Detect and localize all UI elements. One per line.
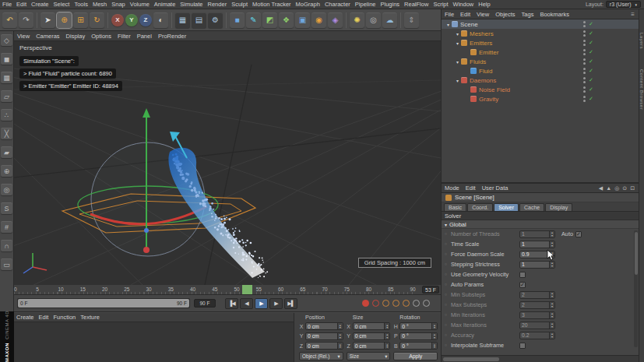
menu-animate[interactable]: Animate (152, 1, 178, 8)
apply-button[interactable]: Apply (393, 352, 438, 360)
viewport-menu-prorender[interactable]: ProRender (155, 33, 189, 40)
magnet-icon[interactable]: ∩ (1, 240, 12, 251)
render-view-icon[interactable]: ▦ (175, 12, 190, 28)
menu-create[interactable]: Create (29, 1, 51, 8)
menu-character[interactable]: Character (322, 1, 353, 8)
menu-motion-tracker[interactable]: Motion Tracker (250, 1, 294, 8)
expand-arrow-icon[interactable]: ▾ (445, 22, 452, 27)
object-manager-menu-view[interactable]: View (473, 11, 492, 18)
param-interpolate-subframe-checkbox[interactable] (519, 343, 526, 349)
light-icon[interactable]: ✺ (350, 12, 364, 28)
viewport-solo-icon[interactable]: ◎ (1, 184, 12, 195)
coordinate-system-icon[interactable]: ◐ (153, 12, 168, 28)
spinner-icon[interactable]: ▴▾ (384, 323, 389, 329)
back-icon[interactable]: ◀ (599, 185, 603, 192)
rotate-tool-icon[interactable]: ↻ (90, 12, 104, 28)
object-rel-dropdown[interactable]: Object (Rel.)▾ (299, 352, 343, 360)
expand-arrow-icon[interactable]: ▾ (454, 31, 461, 37)
visibility-toggle-icon[interactable] (583, 86, 586, 93)
make-editable-icon[interactable]: ◇ (1, 34, 12, 46)
add-primitive-icon[interactable]: ■ (230, 12, 245, 28)
viewport-menu-cameras[interactable]: Cameras (33, 33, 62, 40)
next-frame-button[interactable]: ▶ (269, 298, 283, 309)
viewport-menu-options[interactable]: Options (88, 33, 114, 40)
param-min-iterations-input[interactable]: 3▴▾ (519, 311, 555, 319)
menu-simulate[interactable]: Simulate (178, 1, 205, 8)
tab-basic[interactable]: Basic (444, 203, 466, 211)
workplane-mode-icon[interactable]: ▱ (1, 90, 12, 102)
spinner-icon[interactable]: ▴▾ (337, 343, 343, 349)
spinner-icon[interactable]: ▴▾ (431, 323, 437, 329)
texture-mode-icon[interactable]: ▦ (1, 72, 12, 83)
live-selection-icon[interactable]: ➤ (40, 12, 55, 28)
spinner-icon[interactable]: ▴▾ (549, 322, 554, 329)
points-mode-icon[interactable]: ∴ (1, 109, 12, 121)
menu-select[interactable]: Select (51, 1, 72, 8)
generators-icon[interactable]: ◩ (262, 12, 277, 28)
attributes-vertical-scrollbar[interactable] (634, 230, 638, 347)
tree-item-emitter[interactable]: Emitter✓ (442, 47, 639, 57)
param-max-iterations-input[interactable]: 20▴▾ (519, 322, 555, 329)
attributes-horizontal-scrollbar[interactable] (442, 355, 639, 362)
preview-range-bar[interactable]: 0 F 90 F (18, 299, 189, 308)
spline-pen-icon[interactable]: ✎ (246, 12, 261, 28)
spinner-icon[interactable]: ▴▾ (549, 312, 554, 318)
previous-frame-button[interactable]: ◀ (240, 298, 253, 309)
up-icon[interactable]: ▲ (606, 185, 611, 192)
tab-cache[interactable]: Cache (519, 203, 544, 211)
tree-item-gravity[interactable]: Gravity✓ (442, 94, 639, 104)
position-z-input[interactable]: 0 cm▴▾ (305, 342, 343, 350)
visibility-toggle-icon[interactable] (583, 58, 586, 65)
expand-arrow-icon[interactable]: ▾ (454, 59, 461, 65)
tree-item-scene[interactable]: ▾Scene✓ (442, 19, 639, 29)
current-frame-field[interactable]: 53 F (422, 286, 439, 293)
menu-realflow[interactable]: RealFlow (402, 1, 431, 8)
spinner-icon[interactable]: ▴▾ (549, 262, 554, 268)
tree-item-daemons[interactable]: ▾Daemons✓ (442, 76, 639, 85)
size-x-input[interactable]: 0 cm▴▾ (353, 322, 391, 330)
spinner-icon[interactable]: ▴▾ (337, 323, 343, 329)
enabled-check-icon[interactable]: ✓ (589, 68, 593, 74)
environment-icon[interactable]: ☁ (382, 12, 397, 28)
viewport-menu-panel[interactable]: Panel (134, 33, 155, 40)
menu-snap[interactable]: Snap (109, 1, 128, 8)
polygons-mode-icon[interactable]: ▰ (1, 146, 12, 158)
x-axis-lock-icon[interactable]: X (111, 14, 124, 26)
z-axis-lock-icon[interactable]: Z (139, 14, 152, 26)
redo-icon[interactable]: ↷ (19, 12, 33, 28)
param-accuracy-input[interactable]: 0.2▴▾ (519, 332, 555, 339)
current-frame-marker[interactable] (242, 285, 252, 294)
camera-label[interactable]: Perspective (19, 44, 122, 51)
enable-axis-icon[interactable]: ⊕ (1, 165, 12, 177)
filter-icon[interactable]: ≡ (627, 11, 639, 18)
tree-item-emitters[interactable]: ▾Emitters✓ (442, 38, 639, 47)
enabled-check-icon[interactable]: ✓ (589, 30, 593, 37)
auto-checkbox[interactable]: ✓ (575, 231, 582, 237)
spinner-icon[interactable]: ▴▾ (384, 333, 389, 339)
spinner-icon[interactable]: ▴▾ (431, 333, 437, 339)
param-time-scale-input[interactable]: 1▴▾ (519, 241, 555, 248)
enabled-check-icon[interactable]: ✓ (589, 77, 593, 83)
edges-mode-icon[interactable]: ╳ (1, 128, 12, 139)
menu-volume[interactable]: Volume (128, 1, 152, 8)
visibility-toggle-icon[interactable] (583, 30, 586, 37)
autokey-icon[interactable] (372, 300, 379, 307)
key-position-icon[interactable] (382, 300, 389, 307)
object-manager-menu-tags[interactable]: Tags (519, 11, 537, 18)
key-parameter-icon[interactable] (413, 300, 420, 307)
tab-solver[interactable]: Solver (494, 203, 519, 211)
visibility-toggle-icon[interactable] (583, 49, 586, 55)
focus-icon[interactable]: ⊙ (622, 185, 627, 192)
tab-display[interactable]: Display (545, 203, 572, 211)
spinner-icon[interactable]: ▴▾ (337, 333, 343, 339)
param-force-daemon-scale-input[interactable]: 0.9▴▾ (519, 251, 555, 258)
param-max-substeps-input[interactable]: 2▴▾ (519, 301, 555, 309)
menu-tools[interactable]: Tools (72, 1, 90, 8)
lock-icon[interactable]: ⊡ (630, 185, 635, 192)
visibility-toggle-icon[interactable] (583, 96, 586, 102)
enabled-check-icon[interactable]: ✓ (589, 40, 593, 46)
enabled-check-icon[interactable]: ✓ (589, 96, 593, 102)
param-min-substeps-input[interactable]: 2▴▾ (519, 291, 555, 299)
spinner-icon[interactable]: ▴▾ (431, 343, 437, 349)
preview-range-track[interactable]: 0 F 90 F (17, 298, 190, 308)
